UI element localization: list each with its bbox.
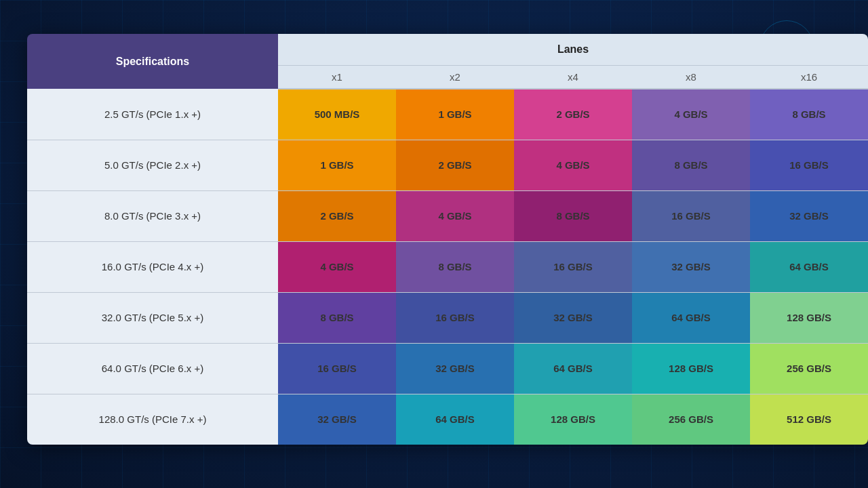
value-cell: 16 GB/S [750, 140, 868, 190]
value-cell: 8 GB/S [514, 190, 632, 241]
value-cell: 1 GB/S [278, 140, 396, 190]
value-cell: 32 GB/S [750, 190, 868, 241]
value-cell: 32 GB/S [632, 241, 750, 292]
value-cell: 4 GB/S [396, 190, 514, 241]
page-wrapper: Specifications Lanes x1 x2 x4 x8 x16 2.5… [27, 34, 868, 445]
value-cell: 64 GB/S [632, 292, 750, 343]
spec-label: 128.0 GT/s (PCIe 7.x +) [27, 394, 278, 445]
spec-label: 64.0 GT/s (PCIe 6.x +) [27, 343, 278, 394]
table-row: 2.5 GT/s (PCIe 1.x +) 500 MB/S 1 GB/S 2 … [27, 89, 868, 140]
specifications-header: Specifications [27, 34, 278, 89]
spec-label: 5.0 GT/s (PCIe 2.x +) [27, 140, 278, 190]
spec-label: 8.0 GT/s (PCIe 3.x +) [27, 190, 278, 241]
value-cell: 4 GB/S [514, 140, 632, 190]
table-row: 32.0 GT/s (PCIe 5.x +) 8 GB/S 16 GB/S 32… [27, 292, 868, 343]
value-cell: 256 GB/S [632, 394, 750, 445]
value-cell: 512 GB/S [750, 394, 868, 445]
value-cell: 128 GB/S [514, 394, 632, 445]
value-cell: 2 GB/S [278, 190, 396, 241]
lanes-header: Lanes [278, 34, 868, 66]
col-header-x16: x16 [750, 66, 868, 89]
value-cell: 256 GB/S [750, 343, 868, 394]
value-cell: 4 GB/S [278, 241, 396, 292]
value-cell: 32 GB/S [396, 343, 514, 394]
value-cell: 16 GB/S [632, 190, 750, 241]
value-cell: 32 GB/S [514, 292, 632, 343]
spec-label: 32.0 GT/s (PCIe 5.x +) [27, 292, 278, 343]
value-cell: 2 GB/S [396, 140, 514, 190]
value-cell: 2 GB/S [514, 89, 632, 140]
table-row: 128.0 GT/s (PCIe 7.x +) 32 GB/S 64 GB/S … [27, 394, 868, 445]
value-cell: 16 GB/S [514, 241, 632, 292]
value-cell: 32 GB/S [278, 394, 396, 445]
table-row: 8.0 GT/s (PCIe 3.x +) 2 GB/S 4 GB/S 8 GB… [27, 190, 868, 241]
value-cell: 16 GB/S [396, 292, 514, 343]
value-cell: 64 GB/S [750, 241, 868, 292]
spec-label: 16.0 GT/s (PCIe 4.x +) [27, 241, 278, 292]
col-header-x2: x2 [396, 66, 514, 89]
value-cell: 128 GB/S [632, 343, 750, 394]
value-cell: 64 GB/S [514, 343, 632, 394]
table-row: 64.0 GT/s (PCIe 6.x +) 16 GB/S 32 GB/S 6… [27, 343, 868, 394]
col-header-x4: x4 [514, 66, 632, 89]
col-header-x8: x8 [632, 66, 750, 89]
specs-table-container: Specifications Lanes x1 x2 x4 x8 x16 2.5… [27, 34, 868, 445]
value-cell: 8 GB/S [632, 140, 750, 190]
value-cell: 128 GB/S [750, 292, 868, 343]
spec-label: 2.5 GT/s (PCIe 1.x +) [27, 89, 278, 140]
value-cell: 500 MB/S [278, 89, 396, 140]
table-row: 16.0 GT/s (PCIe 4.x +) 4 GB/S 8 GB/S 16 … [27, 241, 868, 292]
main-header-row: Specifications Lanes [27, 34, 868, 66]
value-cell: 8 GB/S [396, 241, 514, 292]
value-cell: 4 GB/S [632, 89, 750, 140]
value-cell: 16 GB/S [278, 343, 396, 394]
value-cell: 8 GB/S [278, 292, 396, 343]
value-cell: 8 GB/S [750, 89, 868, 140]
specs-table: Specifications Lanes x1 x2 x4 x8 x16 2.5… [27, 34, 868, 445]
col-header-x1: x1 [278, 66, 396, 89]
value-cell: 64 GB/S [396, 394, 514, 445]
table-row: 5.0 GT/s (PCIe 2.x +) 1 GB/S 2 GB/S 4 GB… [27, 140, 868, 190]
value-cell: 1 GB/S [396, 89, 514, 140]
